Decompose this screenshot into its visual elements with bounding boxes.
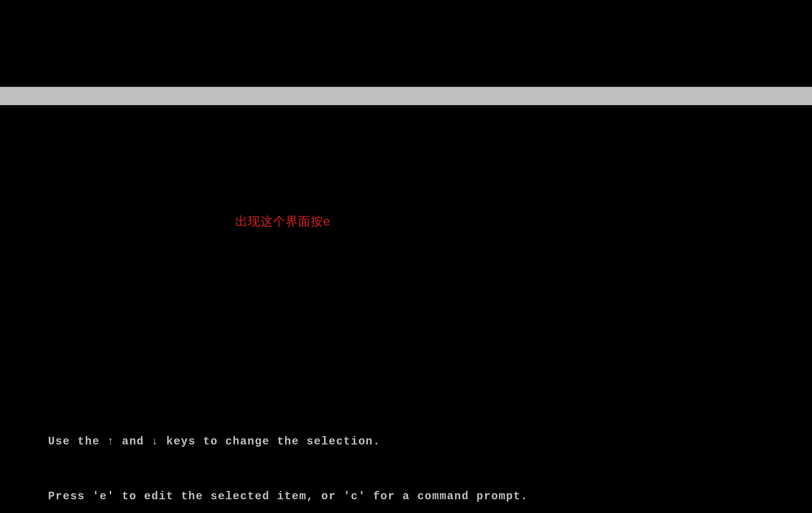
help-line-navigation: Use the ↑ and ↓ keys to change the selec… — [26, 433, 528, 451]
help-text: Use the ↑ and ↓ keys to change the selec… — [26, 396, 528, 513]
help-line-edit: Press 'e' to edit the selected item, or … — [26, 487, 528, 506]
menu-entry-selected[interactable]: Kylin Linux Advanced Server (4.19.90-52.… — [0, 87, 812, 105]
menu-entry-rescue[interactable]: Kylin Linux Advanced Server (0-rescue-62… — [0, 105, 812, 123]
grub-menu: Kylin Linux Advanced Server (4.19.90-52.… — [0, 87, 812, 123]
annotation-text: 出现这个界面按e — [235, 213, 330, 230]
